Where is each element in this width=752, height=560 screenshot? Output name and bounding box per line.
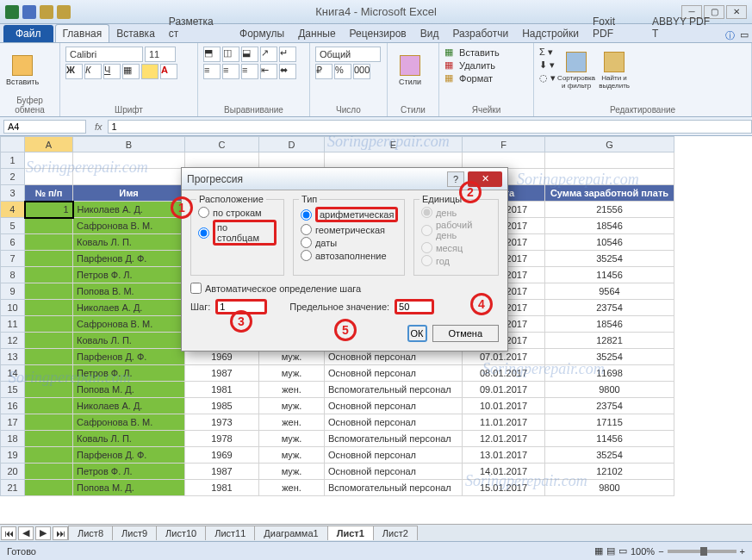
cell-G13[interactable]: 35254: [545, 349, 674, 365]
cell-G11[interactable]: 18546: [545, 316, 674, 333]
radio-arithmetic[interactable]: арифметическая: [301, 207, 397, 222]
font-name-combo[interactable]: Calibri: [65, 47, 143, 62]
align-middle[interactable]: ◫: [222, 47, 239, 62]
cell-G18[interactable]: 11456: [545, 431, 674, 447]
help-icon[interactable]: ⓘ: [725, 29, 735, 42]
delete-cells-button[interactable]: ▦ Удалить: [444, 59, 528, 71]
save-icon[interactable]: [22, 5, 36, 19]
align-center[interactable]: ≡: [222, 64, 239, 79]
cell-A11[interactable]: [25, 316, 73, 333]
cell-B20[interactable]: Петров Ф. Л.: [73, 464, 185, 480]
align-bottom[interactable]: ⬓: [241, 47, 258, 62]
col-header-D[interactable]: D: [259, 137, 325, 152]
sheet-nav-prev[interactable]: ◀: [18, 526, 34, 540]
redo-icon[interactable]: [57, 5, 71, 19]
close-button[interactable]: ✕: [726, 5, 747, 19]
cell-D16[interactable]: муж.: [259, 398, 325, 414]
col-header-E[interactable]: E: [325, 137, 463, 152]
cell-F21[interactable]: 15.01.2017: [463, 480, 545, 496]
cell-F14[interactable]: 08.01.2017: [463, 365, 545, 382]
bold-button[interactable]: Ж: [65, 64, 83, 79]
find-select-button[interactable]: Найти и выделить: [597, 47, 631, 95]
border-button[interactable]: ▦: [122, 64, 140, 79]
cell-C15[interactable]: 1981: [185, 382, 259, 398]
ribbon-minimize-icon[interactable]: ▭: [740, 29, 749, 42]
sheet-tab-Диаграмма1[interactable]: Диаграмма1: [254, 526, 327, 540]
row-header-4[interactable]: 4: [1, 202, 25, 218]
comma[interactable]: 000: [353, 64, 370, 79]
row-header-17[interactable]: 17: [1, 414, 25, 431]
cell-C14[interactable]: 1987: [185, 365, 259, 382]
tab-addins[interactable]: Надстройки: [515, 25, 586, 42]
cell-B16[interactable]: Николаев А. Д.: [73, 398, 185, 414]
cell-C20[interactable]: 1987: [185, 464, 259, 480]
radio-dates[interactable]: даты: [301, 237, 397, 248]
merge[interactable]: ⬌: [279, 64, 296, 79]
row-header-9[interactable]: 9: [1, 283, 25, 300]
font-color-button[interactable]: A: [160, 64, 177, 79]
cell-B17[interactable]: Сафронова В. М.: [73, 414, 185, 431]
cell-A13[interactable]: [25, 349, 73, 365]
row-header-3[interactable]: 3: [1, 185, 25, 202]
cell-G6[interactable]: 10546: [545, 234, 674, 251]
align-right[interactable]: ≡: [241, 64, 258, 79]
tab-foxit[interactable]: Foxit PDF: [586, 13, 645, 42]
cell-F17[interactable]: 11.01.2017: [463, 414, 545, 431]
align-left[interactable]: ≡: [203, 64, 221, 79]
name-box[interactable]: [3, 120, 86, 134]
cell-A14[interactable]: [25, 365, 73, 382]
cell-A4[interactable]: 1: [25, 202, 73, 218]
cell-E21[interactable]: Вспомогательный персонал: [325, 480, 463, 496]
row-header-15[interactable]: 15: [1, 382, 25, 398]
cell-G15[interactable]: 9800: [545, 382, 674, 398]
cell-G14[interactable]: 11698: [545, 365, 674, 382]
row-header-11[interactable]: 11: [1, 316, 25, 333]
insert-cells-button[interactable]: ▦ Вставить: [444, 47, 528, 58]
cell-E20[interactable]: Основной персонал: [325, 464, 463, 480]
autosum-button[interactable]: Σ ▾: [539, 47, 556, 58]
fill-color-button[interactable]: [141, 64, 158, 79]
cell-A10[interactable]: [25, 300, 73, 316]
cell-C21[interactable]: 1981: [185, 480, 259, 496]
cell-C19[interactable]: 1969: [185, 447, 259, 464]
cell-G8[interactable]: 11456: [545, 267, 674, 283]
cell-G16[interactable]: 23754: [545, 398, 674, 414]
sheet-nav-next[interactable]: ▶: [35, 526, 51, 540]
ok-button[interactable]: ОК: [407, 325, 427, 342]
radio-by-columns[interactable]: по столбцам: [198, 220, 277, 246]
sheet-tab-Лист8[interactable]: Лист8: [68, 526, 113, 540]
underline-button[interactable]: Ч: [103, 64, 121, 79]
cell-E15[interactable]: Вспомогательный персонал: [325, 382, 463, 398]
cell-B9[interactable]: Попова В. М.: [73, 283, 185, 300]
cell-B18[interactable]: Коваль Л. П.: [73, 431, 185, 447]
col-header-F[interactable]: F: [463, 137, 545, 152]
cell-D15[interactable]: жен.: [259, 382, 325, 398]
fill-button[interactable]: ⬇ ▾: [539, 59, 556, 71]
indent-dec[interactable]: ⇤: [260, 64, 277, 79]
cell-G4[interactable]: 21556: [545, 202, 674, 218]
row-header-20[interactable]: 20: [1, 464, 25, 480]
styles-button[interactable]: Стили: [393, 47, 427, 95]
tab-abbyy[interactable]: ABBYY PDF T: [645, 13, 725, 42]
tab-file[interactable]: Файл: [3, 25, 53, 42]
sheet-tab-Лист1[interactable]: Лист1: [327, 526, 374, 540]
cell-B4[interactable]: Николаев А. Д.: [73, 202, 185, 218]
cell-B10[interactable]: Николаев А. Д.: [73, 300, 185, 316]
row-header-14[interactable]: 14: [1, 365, 25, 382]
tab-data[interactable]: Данные: [291, 25, 342, 42]
col-header-G[interactable]: G: [545, 137, 674, 152]
sheet-nav-last[interactable]: ⏭: [53, 526, 68, 540]
radio-by-rows[interactable]: по строкам: [198, 207, 277, 218]
cell-D19[interactable]: муж.: [259, 447, 325, 464]
col-header-A[interactable]: A: [25, 137, 73, 152]
cell-G12[interactable]: 12821: [545, 333, 674, 349]
cell-B12[interactable]: Коваль Л. П.: [73, 333, 185, 349]
cell-E17[interactable]: Основной персонал: [325, 414, 463, 431]
tab-view[interactable]: Вид: [413, 25, 446, 42]
cell-B19[interactable]: Парфенов Д. Ф.: [73, 447, 185, 464]
orientation[interactable]: ↗: [260, 47, 277, 62]
row-header-2[interactable]: 2: [1, 169, 25, 185]
cell-E18[interactable]: Вспомогательный персонал: [325, 431, 463, 447]
cell-C17[interactable]: 1973: [185, 414, 259, 431]
row-header-7[interactable]: 7: [1, 251, 25, 267]
